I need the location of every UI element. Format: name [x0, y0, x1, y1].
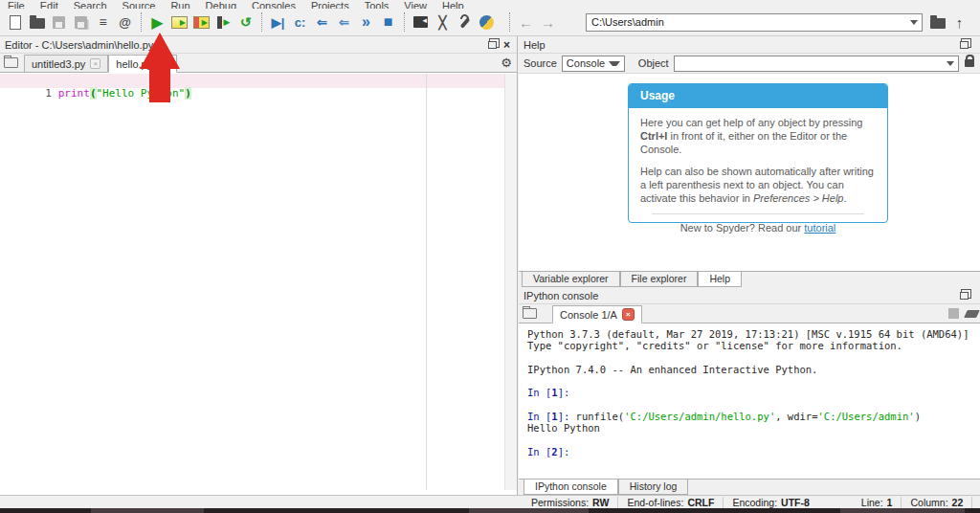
debug-file-button[interactable]: ▶| [267, 11, 289, 33]
tab-ipython-console[interactable]: IPython console [523, 480, 618, 495]
tutorial-link[interactable]: tutorial [804, 222, 835, 234]
forward-button[interactable]: → [537, 11, 559, 33]
step-return-icon: ⇐ [339, 15, 349, 30]
usage-footer-text: New to Spyder? Read our [680, 222, 805, 234]
open-file-button[interactable] [26, 11, 48, 33]
usage-paragraph-1: Here you can get help of any object by p… [640, 116, 876, 156]
file-switcher-button[interactable]: ≡ [92, 11, 114, 33]
parent-directory-button[interactable]: ↑ [948, 11, 970, 33]
save-button[interactable] [48, 11, 70, 33]
working-directory-value: C:\Users\admin [591, 16, 910, 28]
maximize-pane-button[interactable]: ╳ [432, 11, 454, 33]
menu-help[interactable]: Help [434, 0, 472, 9]
menu-projects[interactable]: Projects [303, 0, 357, 9]
run-cell-advance-play-glyph: ▶ [202, 18, 208, 27]
new-file-button[interactable] [4, 11, 26, 33]
editor-options-gear-icon[interactable]: ⚙ [501, 56, 512, 70]
preferences-button[interactable] [454, 11, 476, 33]
browse-tabs-icon[interactable] [4, 57, 18, 68]
menu-search[interactable]: Search [66, 0, 115, 9]
tab-variable-explorer[interactable]: Variable explorer [522, 272, 620, 287]
lock-icon[interactable] [965, 59, 974, 67]
usage-footer: New to Spyder? Read our tutorial [640, 221, 876, 234]
status-label: End-of-lines: [627, 497, 683, 508]
tab-close-icon[interactable]: × [90, 58, 100, 69]
tab-file-explorer[interactable]: File explorer [620, 272, 699, 287]
run-cell-button[interactable]: ▶ [168, 11, 190, 33]
tab-console-1a[interactable]: Console 1/A × [552, 305, 642, 323]
step-return-button[interactable]: ⇐ [333, 11, 355, 33]
source-select[interactable]: Console [562, 56, 625, 72]
save-all-button[interactable] [70, 11, 92, 33]
continue-icon: » [362, 13, 370, 31]
run-icon: ▶ [151, 13, 163, 32]
menu-tools[interactable]: Tools [357, 0, 397, 9]
interrupt-kernel-icon[interactable] [948, 308, 959, 319]
python-env-button[interactable] [476, 11, 498, 33]
browse-directory-button[interactable] [926, 11, 948, 33]
menu-edit[interactable]: Edit [33, 0, 66, 9]
taskbar-edge-strip [0, 508, 980, 513]
console-text: Hello Python [527, 422, 600, 434]
clear-console-icon[interactable] [964, 310, 980, 318]
save-icon [53, 16, 65, 29]
continue-button[interactable]: » [355, 11, 377, 33]
debug-cell-button[interactable]: c: [289, 11, 311, 33]
console-title-bar: IPython console [519, 288, 980, 304]
menu-debug[interactable]: Debug [198, 0, 244, 9]
stop-debug-button[interactable]: ■ [377, 11, 399, 33]
close-icon[interactable]: × [503, 40, 510, 50]
tab-history-log[interactable]: History log [618, 480, 689, 495]
run-file-button[interactable]: ▶ [146, 11, 168, 33]
usage-box-body: Here you can get help of any object by p… [629, 108, 887, 234]
console-text: runfile( [576, 411, 625, 422]
console-text: Type "copyright", "credits" or "license"… [527, 340, 902, 351]
panes-layout-button[interactable] [410, 11, 432, 33]
source-label: Source [523, 57, 557, 69]
find-symbols-button[interactable]: @ [114, 11, 136, 33]
code-editor-area[interactable]: 1print("Hello Python") [0, 74, 517, 495]
status-value: UTF-8 [781, 497, 810, 508]
chevron-down-icon[interactable] [910, 20, 918, 25]
menu-file[interactable]: File [0, 0, 33, 9]
menu-consoles[interactable]: Consoles [244, 0, 303, 9]
tab-close-icon[interactable]: × [622, 308, 635, 321]
object-combo[interactable] [674, 56, 959, 72]
run-selection-button[interactable]: ↺ [234, 11, 256, 33]
up-arrow-icon: ↑ [956, 14, 964, 31]
line-number: 1 [38, 87, 52, 100]
forward-arrow-icon: → [541, 14, 555, 31]
console-tab-bar: Console 1/A × [519, 304, 980, 323]
help-toolbar: Source Console Object [519, 54, 980, 73]
back-button[interactable]: ← [515, 11, 537, 33]
undock-icon[interactable] [960, 41, 969, 49]
usage-box-header: Usage [629, 84, 887, 108]
taskbar-segment [91, 508, 204, 513]
console-string: 'C:/Users/admin/hello.py' [624, 411, 775, 422]
step-into-button[interactable]: ⇐ [311, 11, 333, 33]
status-encoding: Encoding:UTF-8 [724, 497, 817, 508]
prompt-text: In [ [527, 446, 551, 457]
tab-untitled3[interactable]: untitled3.py × [24, 55, 108, 73]
tab-help[interactable]: Help [698, 272, 742, 287]
editor-title-bar: Editor - C:\Users\admin\hello.py × [0, 36, 517, 54]
menu-run[interactable]: Run [163, 0, 197, 9]
editor-scrollbar[interactable] [504, 74, 517, 490]
code-close-paren: ) [185, 87, 191, 100]
prompt-text: ]: [558, 446, 570, 457]
console-output-area[interactable]: Python 3.7.3 (default, Mar 27 2019, 17:1… [519, 323, 980, 479]
working-directory-combo[interactable]: C:\Users\admin [586, 13, 923, 32]
save-all-icon [75, 16, 87, 29]
menu-source[interactable]: Source [115, 0, 164, 9]
status-line: Line:1 [853, 497, 902, 508]
run-cell-advance-button[interactable]: ▶ [190, 11, 212, 33]
console-toolbar-icons [948, 308, 978, 319]
run-cell-icon: ▶ [171, 16, 188, 29]
undock-icon[interactable] [960, 292, 969, 300]
undock-icon[interactable] [488, 41, 497, 49]
browse-tabs-icon[interactable] [523, 308, 537, 319]
console-text: , wdir= [775, 411, 817, 422]
menu-view[interactable]: View [396, 0, 434, 9]
status-label: Line: [861, 497, 883, 508]
rerun-cell-button[interactable]: ▶ [212, 11, 234, 33]
